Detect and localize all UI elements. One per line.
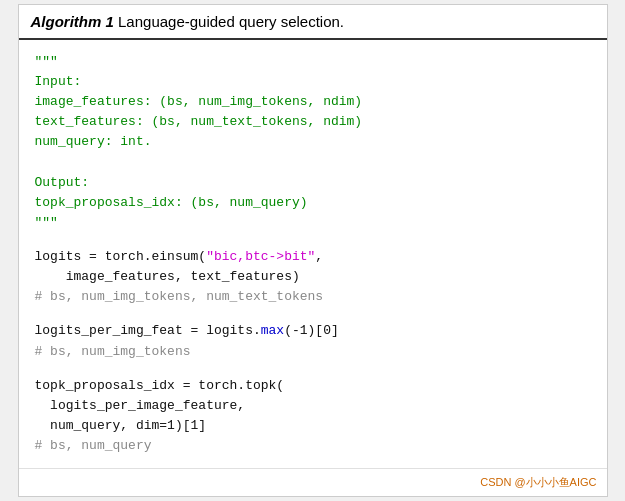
topk-block: topk_proposals_idx = torch.topk( logits_… [35, 376, 591, 457]
einsum-block: logits = torch.einsum("bic,btc->bit", im… [35, 247, 591, 307]
topk-line1: topk_proposals_idx = torch.topk( [35, 376, 591, 396]
logits-cont: image_features, text_features) [35, 267, 591, 287]
watermark: CSDN @小小小鱼AIGC [19, 468, 607, 496]
docstring-close: """ [35, 213, 591, 233]
logits-line: logits = torch.einsum("bic,btc->bit", [35, 247, 591, 267]
algorithm-box: Algorithm 1 Language-guided query select… [18, 4, 608, 498]
comment-logits: # bs, num_img_tokens, num_text_tokens [35, 287, 591, 307]
comment-logits-per: # bs, num_img_tokens [35, 342, 591, 362]
topk-proposals-line: topk_proposals_idx: (bs, num_query) [35, 193, 591, 213]
watermark-text: CSDN @小小小鱼AIGC [480, 476, 596, 488]
algorithm-body: """ Input: image_features: (bs, num_img_… [19, 40, 607, 469]
topk-line2: logits_per_image_feature, [35, 396, 591, 416]
algorithm-header: Algorithm 1 Language-guided query select… [19, 5, 607, 40]
logits-per-img-line: logits_per_img_feat = logits.max(-1)[0] [35, 321, 591, 341]
algo-title: Language-guided query selection. [118, 13, 344, 30]
algo-label: Algorithm 1 [31, 13, 114, 30]
output-label: Output: [35, 173, 591, 193]
input-label: Input: [35, 72, 591, 92]
image-features-line: image_features: (bs, num_img_tokens, ndi… [35, 92, 591, 112]
logits-per-img-block: logits_per_img_feat = logits.max(-1)[0] … [35, 321, 591, 361]
text-features-line: text_features: (bs, num_text_tokens, ndi… [35, 112, 591, 132]
comment-topk: # bs, num_query [35, 436, 591, 456]
num-query-line: num_query: int. [35, 132, 591, 152]
docstring-open: """ [35, 52, 591, 72]
docstring-block: """ Input: image_features: (bs, num_img_… [35, 52, 591, 233]
topk-line3: num_query, dim=1)[1] [35, 416, 591, 436]
